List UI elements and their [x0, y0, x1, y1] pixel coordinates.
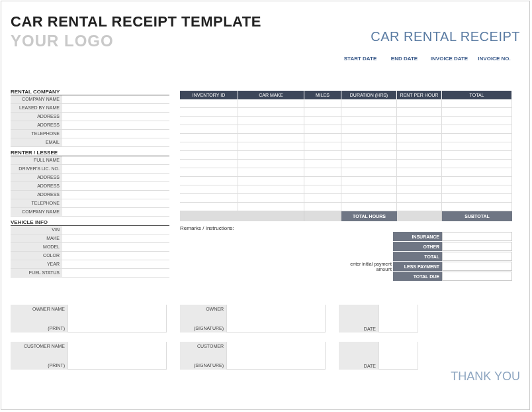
table-row[interactable] — [180, 168, 512, 177]
table-row[interactable] — [180, 142, 512, 151]
field-value[interactable] — [62, 156, 169, 164]
date-header-row: START DATE END DATE INVOICE DATE INVOICE… — [339, 54, 517, 64]
table-row[interactable] — [180, 151, 512, 160]
col-total: TOTAL — [442, 91, 512, 99]
col-rent: RENT PER HOUR — [397, 91, 442, 99]
field-label: COLOR — [11, 252, 62, 260]
field-value[interactable] — [62, 191, 169, 199]
invoice-no-label: INVOICE NO. — [472, 54, 517, 64]
field-value[interactable] — [62, 208, 169, 216]
subtotal-label: SUBTOTAL — [442, 211, 512, 221]
other-value[interactable] — [442, 242, 512, 251]
field-label: MAKE — [11, 234, 62, 242]
customer-date-box[interactable] — [378, 342, 418, 370]
field-label: ADDRESS — [11, 121, 62, 129]
owner-date-box[interactable] — [378, 305, 418, 333]
field-value[interactable] — [62, 121, 169, 129]
field-value[interactable] — [62, 138, 169, 146]
customer-name-box[interactable] — [67, 342, 167, 370]
total-due-value[interactable] — [442, 272, 512, 281]
total-hours-label: TOTAL HOURS — [341, 211, 397, 221]
field-value[interactable] — [62, 234, 169, 242]
line-items-table: INVENTORY ID CAR MAKE MILES DURATION (HR… — [180, 91, 512, 281]
renter-header: RENTER / LESSEE — [11, 150, 169, 156]
other-label: OTHER — [393, 242, 442, 251]
field-value[interactable] — [62, 226, 169, 234]
field-value[interactable] — [62, 174, 169, 181]
total-label: TOTAL — [393, 252, 442, 261]
rental-company-header: RENTAL COMPANY — [11, 89, 169, 95]
field-label: COMPANY NAME — [11, 95, 62, 103]
insurance-label: INSURANCE — [393, 232, 442, 241]
col-duration: DURATION (HRS) — [341, 91, 397, 99]
table-row[interactable] — [180, 203, 512, 211]
totals-spacer — [180, 211, 304, 221]
field-value[interactable] — [62, 182, 169, 190]
remarks-label: Remarks / Instructions: — [180, 225, 512, 231]
field-value[interactable] — [62, 130, 169, 138]
totals-spacer — [304, 211, 341, 221]
owner-sig-label: OWNER(SIGNATURE) — [180, 305, 226, 333]
customer-sig-label: CUSTOMER(SIGNATURE) — [180, 342, 226, 370]
field-value[interactable] — [62, 113, 169, 121]
field-value[interactable] — [62, 243, 169, 251]
table-row[interactable] — [180, 125, 512, 134]
customer-sig-box[interactable] — [226, 342, 326, 370]
field-label: EMAIL — [11, 138, 62, 146]
table-row[interactable] — [180, 160, 512, 168]
total-due-label: TOTAL DUE — [393, 272, 442, 281]
field-value[interactable] — [62, 269, 169, 277]
field-value[interactable] — [62, 199, 169, 207]
table-row[interactable] — [180, 194, 512, 203]
field-value[interactable] — [62, 95, 169, 103]
less-payment-label: LESS PAYMENT — [393, 262, 442, 271]
customer-date-label: DATE — [339, 342, 378, 370]
col-make: CAR MAKE — [238, 91, 304, 99]
table-row[interactable] — [180, 99, 512, 108]
vehicle-header: VEHICLE INFO — [11, 219, 169, 226]
field-label: ADDRESS — [11, 182, 62, 190]
thank-you-text: THANK YOU — [451, 370, 520, 383]
total-value[interactable] — [442, 252, 512, 261]
field-label: MODEL — [11, 243, 62, 251]
page-title: CAR RENTAL RECEIPT TEMPLATE — [11, 13, 520, 30]
insurance-value[interactable] — [442, 232, 512, 241]
field-value[interactable] — [62, 165, 169, 173]
table-row[interactable] — [180, 185, 512, 194]
field-label: DRIVER'S LIC. NO. — [11, 165, 62, 173]
col-miles: MILES — [304, 91, 341, 99]
field-label: LEASED BY NAME — [11, 104, 62, 112]
receipt-heading: CAR RENTAL RECEIPT — [371, 29, 520, 44]
end-date-label: END DATE — [382, 54, 427, 64]
col-inventory: INVENTORY ID — [180, 91, 238, 99]
owner-name-label: OWNER NAME(PRINT) — [11, 305, 67, 333]
field-label: YEAR — [11, 260, 62, 268]
field-label: FUEL STATUS — [11, 269, 62, 277]
customer-name-label: CUSTOMER NAME(PRINT) — [11, 342, 67, 370]
field-value[interactable] — [62, 252, 169, 260]
totals-spacer — [397, 211, 442, 221]
field-label: ADDRESS — [11, 174, 62, 181]
field-label: TELEPHONE — [11, 199, 62, 207]
table-row[interactable] — [180, 108, 512, 117]
table-row[interactable] — [180, 117, 512, 125]
owner-date-label: DATE — [339, 305, 378, 333]
field-label: VIN — [11, 226, 62, 234]
owner-name-box[interactable] — [67, 305, 167, 333]
field-label: TELEPHONE — [11, 130, 62, 138]
table-row[interactable] — [180, 177, 512, 185]
field-value[interactable] — [62, 104, 169, 112]
field-value[interactable] — [62, 260, 169, 268]
field-label: ADDRESS — [11, 191, 62, 199]
owner-sig-box[interactable] — [226, 305, 326, 333]
field-label: FULL NAME — [11, 156, 62, 164]
invoice-date-label: INVOICE DATE — [427, 54, 472, 64]
start-date-label: START DATE — [339, 54, 382, 64]
field-label: ADDRESS — [11, 113, 62, 121]
payment-note: enter initial payment amount — [339, 262, 392, 271]
table-row[interactable] — [180, 134, 512, 142]
less-payment-value[interactable] — [442, 262, 512, 271]
field-label: COMPANY NAME — [11, 208, 62, 216]
